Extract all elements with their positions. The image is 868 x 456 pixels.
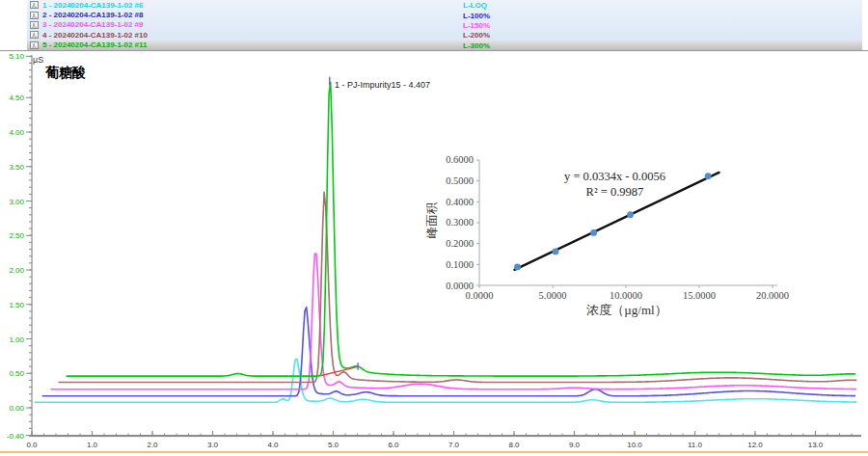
legend-row-3[interactable]: 3 - 20240204-CA139-1-02 #9 L-150% [27, 20, 862, 30]
y-axis-unit: µS [33, 55, 43, 65]
x-tick-label: 0.0 [26, 441, 38, 449]
calibration-point [514, 264, 521, 271]
injection-name: 2 - 20240204-CA139-1-02 #8 [42, 11, 144, 19]
injection-level: L-150% [463, 20, 490, 29]
calibration-equation: y = 0.0334x - 0.0056 [502, 170, 728, 184]
inset-y-tick-label: 0.4000 [446, 197, 474, 207]
chromatogram-icon [30, 21, 39, 29]
y-tick-label: 3.00 [9, 198, 24, 206]
chromatogram-icon [30, 31, 39, 39]
legend-row-4[interactable]: 4 - 20240204-CA139-1-02 #10 L-200% [27, 30, 862, 40]
injection-level: L-300% [463, 40, 490, 49]
injection-name: 3 - 20240204-CA139-1-02 #9 [42, 20, 144, 29]
injection-level: L-200% [463, 31, 490, 40]
y-tick-label: 1.00 [9, 335, 24, 344]
y-tick-label: 0.00 [9, 404, 24, 413]
x-tick-label: 10.0 [627, 441, 642, 449]
inset-x-tick-label: 0.0000 [466, 290, 494, 301]
y-tick-label: -0.40 [7, 432, 25, 441]
injection-name: 5 - 20240204-CA139-1-02 #11 [42, 40, 148, 49]
y-tick-label: 5.10 [9, 52, 24, 61]
inset-y-tick-label: 0.1000 [446, 259, 474, 270]
x-tick-label: 1.0 [87, 441, 98, 449]
calibration-x-axis-label: 浓度（µg/ml） [535, 302, 719, 319]
chromatogram-icon [30, 41, 39, 49]
inset-y-tick-label: 0.6000 [446, 154, 474, 165]
injection-level: L-LOQ [463, 1, 487, 10]
bottom-accent-bar [0, 451, 868, 453]
plot-title: 葡糖酸 [45, 65, 86, 82]
y-tick-label: 4.50 [9, 94, 24, 102]
x-tick-label: 2.0 [147, 441, 158, 449]
injection-legend: 1 - 20240204-CA139-1-02 #6 L-LOQ 2 - 202… [27, 0, 862, 50]
y-tick-label: 1.50 [9, 301, 24, 309]
x-tick-label: 4.0 [267, 441, 279, 449]
x-tick-label: 7.0 [448, 441, 460, 449]
injection-level: L-100% [463, 11, 490, 19]
y-tick-label: 0.50 [9, 369, 24, 378]
chromatography-window: -0.400.000.501.001.502.002.503.003.504.0… [0, 0, 868, 456]
calibration-point [590, 229, 597, 236]
x-tick-label: 6.0 [388, 441, 399, 449]
chromatogram-icon [30, 1, 39, 9]
injection-name: 1 - 20240204-CA139-1-02 #6 [42, 1, 144, 10]
y-tick-label: 4.00 [9, 128, 24, 137]
legend-row-2[interactable]: 2 - 20240204-CA139-1-02 #8 L-100% [27, 10, 862, 19]
inset-x-tick-label: 15.0000 [683, 290, 716, 301]
inset-y-tick-label: 0.5000 [446, 175, 474, 186]
calibration-point [627, 211, 634, 218]
calibration-y-axis-label: 峰面积 [424, 186, 439, 255]
x-tick-label: 13.0 [808, 441, 824, 449]
peak-annotation: 1 - PJ-Impurity15 - 4.407 [335, 80, 430, 90]
inset-x-tick-label: 10.0000 [610, 290, 642, 301]
x-tick-label: 12.0 [747, 441, 763, 449]
injection-name: 4 - 20240204-CA139-1-02 #10 [42, 31, 148, 40]
chromatogram-icon [30, 12, 39, 19]
y-tick-label: 3.50 [9, 163, 24, 172]
x-tick-label: 9.0 [569, 441, 581, 449]
calibration-point [553, 248, 559, 255]
x-tick-label: 11.0 [688, 441, 703, 449]
y-tick-label: 2.00 [9, 266, 24, 275]
y-tick-label: 2.50 [9, 231, 24, 240]
inset-x-tick-label: 20.0000 [756, 290, 789, 301]
inset-y-tick-label: 0.3000 [446, 217, 474, 228]
x-tick-label: 8.0 [508, 441, 520, 449]
header-separator-highlight [0, 51, 868, 52]
inset-x-tick-label: 5.0000 [539, 290, 567, 301]
inset-y-tick-label: 0.2000 [446, 238, 474, 249]
legend-row-5[interactable]: 5 - 20240204-CA139-1-02 #11 L-300% [27, 40, 862, 50]
legend-row-1[interactable]: 1 - 20240204-CA139-1-02 #6 L-LOQ [27, 0, 862, 10]
x-tick-label: 5.0 [328, 441, 339, 449]
inset-y-tick-label: 0.0000 [446, 281, 474, 291]
x-tick-label: 3.0 [207, 441, 219, 449]
calibration-r-squared: R² = 0.9987 [502, 185, 728, 200]
